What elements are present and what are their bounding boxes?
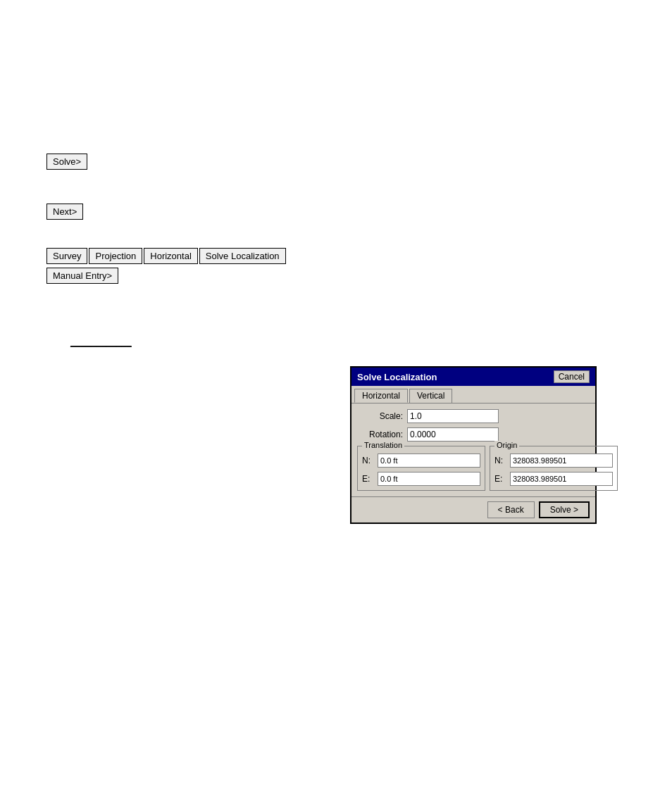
origin-e-row: E: <box>494 472 613 486</box>
dialog-tabs: Horizontal Vertical <box>351 386 595 403</box>
dialog-title: Solve Localization <box>357 372 437 382</box>
tab-bar: Survey Projection Horizontal Solve Local… <box>46 248 286 264</box>
dialog-titlebar: Solve Localization Cancel <box>351 368 595 386</box>
origin-n-row: N: <box>494 453 613 468</box>
scale-input[interactable] <box>407 409 499 423</box>
rotation-label: Rotation: <box>357 430 403 439</box>
solve-localization-dialog: Solve Localization Cancel Horizontal Ver… <box>350 366 597 524</box>
tab-projection[interactable]: Projection <box>89 248 142 264</box>
dialog-tab-vertical[interactable]: Vertical <box>409 389 452 403</box>
origin-n-input[interactable] <box>510 453 613 468</box>
translation-n-label: N: <box>362 456 375 465</box>
dialog-cancel-button[interactable]: Cancel <box>554 370 590 383</box>
rotation-row: Rotation: <box>357 427 590 442</box>
scale-label: Scale: <box>357 411 403 421</box>
main-area: Solve> Next> Survey Projection Horizonta… <box>0 0 672 807</box>
translation-e-input[interactable] <box>378 472 480 486</box>
translation-group: Translation N: E: <box>357 446 485 491</box>
origin-e-input[interactable] <box>510 472 613 486</box>
origin-group-label: Origin <box>494 441 519 449</box>
translation-n-row: N: <box>362 453 480 468</box>
dialog-content: Scale: Rotation: Translation N: <box>351 403 595 496</box>
two-group: Translation N: E: Origin N: <box>357 446 590 491</box>
translation-group-label: Translation <box>362 441 404 449</box>
translation-e-row: E: <box>362 472 480 486</box>
next-button[interactable]: Next> <box>46 204 83 220</box>
tab-horizontal[interactable]: Horizontal <box>144 248 198 264</box>
scale-row: Scale: <box>357 409 590 423</box>
dialog-footer: < Back Solve > <box>351 496 595 523</box>
origin-group: Origin N: E: <box>490 446 618 491</box>
underline-decoration: ____________ <box>70 337 132 347</box>
translation-n-input[interactable] <box>378 453 480 468</box>
back-button[interactable]: < Back <box>487 501 535 518</box>
origin-n-label: N: <box>494 456 507 465</box>
translation-e-label: E: <box>362 474 375 484</box>
manual-entry-button[interactable]: Manual Entry> <box>46 268 118 284</box>
solve-button[interactable]: Solve> <box>46 154 87 170</box>
dialog-tab-horizontal[interactable]: Horizontal <box>354 389 408 403</box>
tab-solve-localization[interactable]: Solve Localization <box>199 248 286 264</box>
origin-e-label: E: <box>494 474 507 484</box>
rotation-input[interactable] <box>407 427 499 442</box>
dialog-solve-button[interactable]: Solve > <box>539 501 590 518</box>
tab-survey[interactable]: Survey <box>46 248 87 264</box>
